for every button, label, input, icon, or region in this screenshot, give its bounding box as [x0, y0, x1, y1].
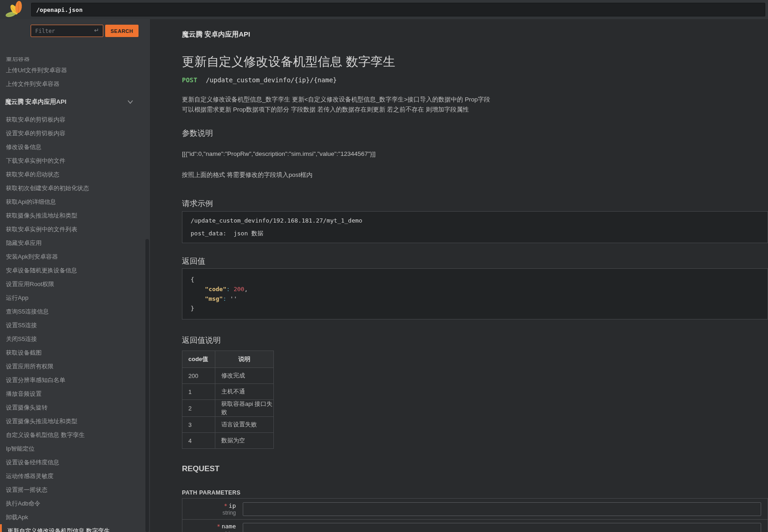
sidebar-item[interactable]: 设置安卓的剪切板内容 [0, 127, 145, 140]
json-colon: : [223, 295, 230, 302]
sidebar-item[interactable]: 设置分辨率感知白名单 [0, 373, 145, 387]
sidebar-item[interactable]: 获取初次创建安卓的初始化状态 [0, 181, 145, 195]
code-line: post_data: json 数据 [191, 230, 263, 237]
sidebar-item[interactable]: 安装Apk到安卓容器 [0, 250, 145, 264]
param-type-text: string [182, 530, 236, 532]
section-heading-request: REQUEST [182, 463, 768, 475]
sidebar-item[interactable]: 查询S5连接信息 [0, 305, 145, 319]
param-type-text: string [182, 510, 236, 516]
endpoint-title: 更新自定义修改设备机型信息 数字孪生 [182, 53, 768, 70]
description-line: 更新自定义修改设备机型信息_数字孪生 更新<自定义修改设备机型信息_数字孪生>接… [182, 95, 768, 105]
sidebar-item[interactable]: 获取安卓实例中的文件列表 [0, 223, 145, 236]
path-parameters-panel: *ip string *name string [182, 498, 768, 532]
sidebar-search-row: ↵ SEARCH [0, 25, 150, 37]
param-name-text: ip [229, 502, 236, 509]
sidebar-item[interactable]: Ip智能定位 [0, 442, 145, 456]
description-line: 可以根据需求更新 Prop数据项下的部分 字段数据 若传入的数据存在则更新 若之… [182, 105, 768, 115]
sidebar-item[interactable]: 设置摄像头旋转 [0, 401, 145, 415]
params-note-text: 按照上面的格式 将需要修改的字段填入post框内 [182, 170, 768, 180]
sidebar-item[interactable]: 设置S5连接 [0, 319, 145, 332]
sidebar-item[interactable]: 获取安卓的剪切板内容 [0, 113, 145, 127]
section-heading-response-codes: 返回值说明 [182, 335, 768, 346]
json-comma: , [244, 286, 248, 293]
code-cell: 200 [182, 368, 215, 384]
endpoint-path: /update_custom_devinfo/{ip}/{name} [206, 76, 337, 84]
code-cell: 3 [182, 417, 215, 433]
column-header-code: code值 [182, 351, 215, 368]
section-heading-response: 返回值 [182, 255, 768, 267]
param-name-text: name [222, 523, 236, 530]
sidebar-item[interactable]: 播放音频设置 [0, 387, 145, 401]
json-brace: } [191, 305, 194, 312]
sidebar-item[interactable]: 上传Url文件到安卓容器 [0, 64, 145, 77]
sidebar-item[interactable]: 卸载Apk [0, 511, 145, 524]
table-header-row: code值 说明 [182, 351, 274, 368]
sidebar-item[interactable]: 修改设备信息 [0, 140, 145, 154]
sidebar-item[interactable]: 获取设备截图 [0, 346, 145, 360]
table-row: 2 获取容器api 接口失败 [182, 400, 274, 417]
sidebar-item[interactable]: 运动传感器灵敏度 [0, 469, 145, 483]
sidebar: ↵ SEARCH 重启容器 上传Url文件到安卓容器 上传文件到安卓容器 魔云腾… [0, 19, 150, 532]
sidebar-item-active[interactable]: 更新自定义修改设备机型信息 数字孪生 [0, 524, 145, 532]
leaves-logo-icon [4, 0, 25, 19]
sidebar-item[interactable]: 获取摄像头推流地址和类型 [0, 209, 145, 223]
sidebar-item[interactable]: 关闭S5连接 [0, 332, 145, 346]
required-asterisk: * [224, 503, 227, 509]
sidebar-nav-list: 重启容器 上传Url文件到安卓容器 上传文件到安卓容器 魔云腾 安卓内应用API… [0, 57, 145, 532]
api-group-title: 魔云腾 安卓内应用API [182, 30, 768, 39]
sidebar-section-android-app-api[interactable]: 魔云腾 安卓内应用API [0, 95, 145, 109]
endpoint-method-row: POST /update_custom_devinfo/{ip}/{name} [182, 75, 768, 85]
sidebar-item[interactable]: 执行Adb命令 [0, 497, 145, 511]
sidebar-item[interactable]: 上传文件到安卓容器 [0, 77, 145, 91]
param-input-ip[interactable] [243, 502, 761, 516]
path-param-row-ip: *ip string [182, 499, 768, 519]
json-indent [191, 286, 205, 293]
sidebar-item-label: 重启容器 [6, 57, 145, 64]
required-asterisk: * [217, 523, 220, 530]
param-label: *name string [182, 523, 240, 532]
table-row: 3 语言设置失败 [182, 417, 274, 433]
section-heading-request-example: 请求示例 [182, 198, 768, 210]
path-parameters-label: PATH PARAMETERS [182, 489, 768, 496]
param-label: *ip string [182, 502, 240, 516]
sidebar-item[interactable]: 设置摄像头推流地址和类型 [0, 415, 145, 428]
json-key: "code" [205, 286, 226, 293]
table-row: 1 主机不通 [182, 384, 274, 400]
http-method-badge: POST [182, 76, 197, 84]
search-button[interactable]: SEARCH [105, 25, 139, 37]
sidebar-item-clipped[interactable]: 重启容器 [0, 57, 145, 64]
filter-input[interactable] [31, 25, 103, 37]
sidebar-item[interactable]: 安卓设备随机更换设备信息 [0, 264, 145, 277]
sidebar-item[interactable]: 设置摇一摇状态 [0, 483, 145, 497]
param-input-name[interactable] [243, 523, 761, 532]
app-shell: ↵ SEARCH 重启容器 上传Url文件到安卓容器 上传文件到安卓容器 魔云腾… [0, 19, 768, 532]
code-cell: 4 [182, 433, 215, 449]
sidebar-item[interactable]: 设置应用Root权限 [0, 277, 145, 291]
header [0, 0, 768, 19]
code-cell: 2 [182, 400, 215, 417]
json-colon: : [226, 286, 234, 293]
table-row: 200 修改完成 [182, 368, 274, 384]
response-json-code-block: { "code": 200, "msg": '' } [182, 268, 768, 319]
spec-url-input[interactable] [31, 3, 765, 16]
chevron-down-icon [127, 99, 133, 105]
json-brace: { [191, 276, 194, 283]
sidebar-item[interactable]: 下载安卓实例中的文件 [0, 154, 145, 168]
sidebar-item[interactable]: 自定义设备机型信息 数字孪生 [0, 428, 145, 442]
sidebar-item[interactable]: 运行App [0, 291, 145, 305]
endpoint-description: 更新自定义修改设备机型信息_数字孪生 更新<自定义修改设备机型信息_数字孪生>接… [182, 95, 768, 115]
description-cell: 修改完成 [215, 368, 274, 384]
sidebar-item[interactable]: 设置应用所有权限 [0, 360, 145, 373]
json-indent [191, 295, 205, 302]
sidebar-section-label: 魔云腾 安卓内应用API [5, 98, 66, 105]
sidebar-item[interactable]: 设置设备经纬度信息 [0, 456, 145, 469]
json-string: '' [230, 295, 237, 302]
sidebar-item[interactable]: 隐藏安卓应用 [0, 236, 145, 250]
code-line: /update_custom_devinfo/192.168.181.27/my… [191, 217, 363, 224]
sidebar-item[interactable]: 获取Api的详细信息 [0, 195, 145, 209]
path-param-row-name: *name string [182, 519, 768, 532]
sidebar-scrollbar[interactable] [145, 239, 149, 532]
params-example-text: [[{"id":0,"name":"PropRw","description":… [182, 149, 768, 159]
json-number: 200 [234, 286, 244, 293]
sidebar-item[interactable]: 获取安卓的启动状态 [0, 168, 145, 181]
